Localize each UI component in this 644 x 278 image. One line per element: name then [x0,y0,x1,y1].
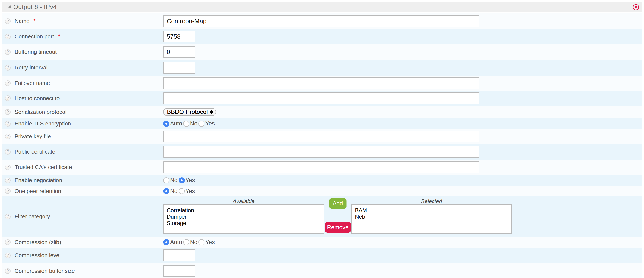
compression-radio-group: Auto No Yes [163,239,642,246]
buffering-timeout-input[interactable] [163,46,196,58]
add-button[interactable]: Add [329,198,346,209]
help-icon[interactable]: ? [5,121,10,127]
required-asterisk: * [33,18,36,24]
select-spinner-icon [210,110,213,114]
form-row-name: ? Name * [2,13,642,29]
host-input[interactable] [163,92,480,104]
section-header[interactable]: Output 6 - IPv4 ✕ [2,2,642,12]
radio-no[interactable] [183,239,189,245]
close-output-icon[interactable]: ✕ [633,4,639,10]
help-icon[interactable]: ? [5,149,10,155]
help-icon[interactable]: ? [5,214,10,219]
form-row-filter-category: ? Filter category Available Correlation … [2,196,642,237]
form-row-compression-buffer-size: ? Compression buffer size [2,263,642,278]
radio-label: No [170,188,178,195]
output-config-panel: Output 6 - IPv4 ✕ ? Name * ? Connection … [2,2,642,278]
list-option[interactable]: BAM [355,207,511,213]
field-label: Compression level [14,252,60,259]
radio-label: Yes [205,120,215,127]
help-icon[interactable]: ? [5,178,10,183]
radio-yes[interactable] [198,239,204,245]
field-label: Compression buffer size [14,268,75,274]
compression-level-input[interactable] [163,250,196,261]
help-icon[interactable]: ? [5,109,10,115]
available-listbox[interactable]: Correlation Dumper Storage [163,204,324,234]
list-option[interactable]: Dumper [167,213,324,220]
form-row-host: ? Host to connect to [2,91,642,106]
field-label: Serialization protocol [14,109,66,115]
form-row-private-key: ? Private key file. [2,129,642,144]
form-row-compression-zlib: ? Compression (zlib) Auto No Yes [2,237,642,248]
help-icon[interactable]: ? [5,18,10,24]
field-label: Retry interval [14,64,48,71]
radio-auto[interactable] [163,239,169,245]
collapse-triangle-icon[interactable] [8,5,11,8]
help-icon[interactable]: ? [5,268,10,274]
selected-column: Selected BAM Neb [352,196,512,234]
duallist-buttons: Add Remove [324,196,352,237]
remove-button[interactable]: Remove [325,222,351,233]
radio-no[interactable] [163,188,169,194]
radio-label: No [170,177,178,184]
form-rows: ? Name * ? Connection port * ? Bufferi [2,13,642,278]
form-row-serialization-protocol: ? Serialization protocol BBDO Protocol [2,106,642,118]
available-column: Available Correlation Dumper Storage [163,196,324,234]
field-label: Trusted CA's certificate [14,164,72,170]
connection-port-input[interactable] [163,31,196,42]
radio-auto[interactable] [163,121,169,127]
name-input[interactable] [163,15,480,27]
compression-buffer-size-input[interactable] [163,265,196,277]
failover-name-input[interactable] [163,77,480,89]
radio-yes[interactable] [179,177,185,183]
field-label: Public certificate [14,148,55,155]
one-peer-radio-group: No Yes [163,188,642,195]
help-icon[interactable]: ? [5,134,10,139]
help-icon[interactable]: ? [5,239,10,245]
radio-label: Yes [186,188,195,195]
help-icon[interactable]: ? [5,65,10,71]
label-cell: ? Public certificate [2,148,163,155]
radio-label: No [190,239,198,246]
label-cell: ? Compression (zlib) [2,239,163,246]
help-icon[interactable]: ? [5,188,10,194]
radio-no[interactable] [183,121,189,127]
radio-yes[interactable] [198,121,204,127]
section-title: Output 6 - IPv4 [13,3,57,10]
help-icon[interactable]: ? [5,164,10,170]
list-option[interactable]: Correlation [167,207,324,213]
required-asterisk: * [58,33,60,40]
label-cell: ? Serialization protocol [2,109,163,115]
field-label: Buffering timeout [14,49,57,55]
help-icon[interactable]: ? [5,80,10,86]
help-icon[interactable]: ? [5,34,10,39]
list-option[interactable]: Neb [355,213,511,220]
negociation-radio-group: No Yes [163,177,642,184]
radio-label: Yes [205,239,215,246]
radio-label: Auto [170,239,182,246]
tls-radio-group: Auto No Yes [163,120,642,127]
radio-no[interactable] [163,177,169,183]
field-label: Failover name [14,80,50,86]
selected-listbox[interactable]: BAM Neb [352,204,512,234]
label-cell: ? Failover name [2,80,163,86]
selected-title: Selected [352,198,512,204]
field-label: Name [14,18,30,24]
private-key-input[interactable] [163,131,480,142]
radio-yes[interactable] [179,188,185,194]
help-icon[interactable]: ? [5,96,10,101]
field-label: Private key file. [14,133,52,140]
public-certificate-input[interactable] [163,146,480,158]
label-cell: ? Name * [2,18,163,24]
form-row-one-peer-retention: ? One peer retention No Yes [2,186,642,196]
trusted-ca-input[interactable] [163,161,480,173]
help-icon[interactable]: ? [5,49,10,55]
help-icon[interactable]: ? [5,253,10,258]
form-row-tls-encryption: ? Enable TLS encryption Auto No Yes [2,118,642,129]
radio-label: No [190,120,198,127]
label-cell: ? Private key file. [2,133,163,140]
label-cell: ? Host to connect to [2,95,163,102]
radio-label: Yes [186,177,195,184]
serialization-protocol-select[interactable]: BBDO Protocol [163,108,216,116]
list-option[interactable]: Storage [167,220,324,226]
retry-interval-input[interactable] [163,62,196,74]
